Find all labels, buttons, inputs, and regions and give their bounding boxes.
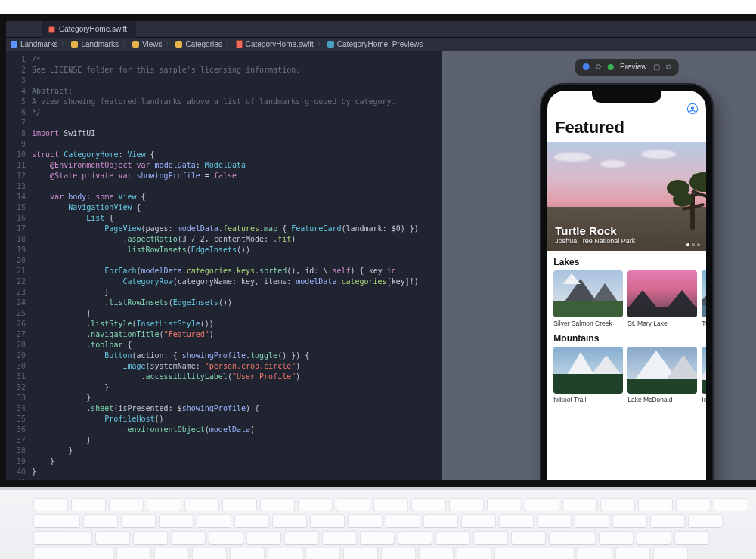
- code-line[interactable]: 16 List {: [6, 213, 442, 224]
- code-line[interactable]: 35 ProfileHost(): [6, 414, 442, 425]
- line-number: 13: [6, 181, 32, 192]
- code-line[interactable]: 41: [6, 477, 442, 480]
- page-dots[interactable]: [686, 243, 700, 246]
- line-number: 37: [6, 435, 32, 446]
- code-line[interactable]: 8import SwiftUI: [6, 128, 442, 139]
- code-line[interactable]: 28 .toolbar {: [6, 340, 442, 351]
- dup-icon[interactable]: ⧉: [666, 63, 671, 72]
- breadcrumb-item[interactable]: Categories: [175, 40, 222, 48]
- hero-card[interactable]: Turtle Rock Joshua Tree National Park: [547, 142, 706, 251]
- code-line[interactable]: 17 PageView(pages: modelData.features.ma…: [6, 224, 442, 234]
- play-icon[interactable]: [583, 63, 590, 70]
- code-line[interactable]: 9: [6, 139, 442, 150]
- line-source: import SwiftUI: [32, 128, 95, 139]
- code-line[interactable]: 26 .listStyle(InsetListStyle()): [6, 319, 442, 329]
- line-number: 6: [6, 107, 32, 118]
- code-line[interactable]: 34 .sheet(isPresented: $showingProfile) …: [6, 403, 442, 414]
- code-line[interactable]: 25 }: [6, 308, 442, 319]
- breadcrumb-item[interactable]: CategoryHome_Previews: [327, 40, 423, 48]
- code-line[interactable]: 23 }: [6, 287, 442, 298]
- code-line[interactable]: 5A view showing featured landmarks above…: [6, 97, 442, 107]
- code-line[interactable]: 20: [6, 255, 442, 266]
- landmark-card[interactable]: Ic: [702, 347, 706, 403]
- line-source: .sheet(isPresented: $showingProfile) {: [32, 403, 259, 414]
- refresh-icon[interactable]: ⟳: [596, 63, 602, 71]
- code-line[interactable]: 30 Image(systemName: "person.crop.circle…: [6, 361, 442, 372]
- landmark-label: St. Mary Lake: [627, 320, 697, 327]
- phone-notch: [592, 91, 662, 103]
- breadcrumb[interactable]: Landmarks〉Landmarks〉Views〉Categories〉Cat…: [6, 38, 756, 51]
- line-number: 3: [6, 76, 32, 86]
- code-line[interactable]: 40}: [6, 467, 442, 477]
- code-line[interactable]: 38 }: [6, 446, 442, 456]
- page-dot[interactable]: [692, 243, 695, 246]
- page-dot[interactable]: [697, 243, 700, 246]
- profile-button[interactable]: [686, 103, 699, 117]
- code-line[interactable]: 29 Button(action: { showingProfile.toggl…: [6, 351, 442, 361]
- line-source: CategoryRow(categoryName: key, items: mo…: [32, 276, 419, 287]
- landmark-label: Twin L: [702, 320, 706, 327]
- code-line[interactable]: 22 CategoryRow(categoryName: key, items:…: [6, 276, 442, 287]
- code-line[interactable]: 1/*: [6, 54, 442, 65]
- chevron-right-icon: 〉: [120, 39, 131, 49]
- landmark-card[interactable]: hilkoot Trail: [553, 347, 623, 403]
- file-tab[interactable]: CategoryHome.swift: [42, 21, 136, 38]
- laptop-base: [0, 490, 756, 559]
- code-line[interactable]: 7: [6, 118, 442, 128]
- code-line[interactable]: 3: [6, 76, 442, 86]
- line-number: 10: [6, 150, 32, 160]
- person-crop-circle-icon: [686, 103, 699, 115]
- code-line[interactable]: 6*/: [6, 107, 442, 118]
- breadcrumb-label: CategoryHome.swift: [246, 40, 314, 48]
- code-line[interactable]: 19 .listRowInsets(EdgeInsets()): [6, 245, 442, 255]
- code-editor[interactable]: 1/*2See LICENSE folder for this sample's…: [6, 51, 442, 480]
- line-number: 30: [6, 361, 32, 372]
- line-number: 36: [6, 425, 32, 435]
- landmark-card[interactable]: Twin L: [702, 270, 706, 327]
- preview-toolbar[interactable]: ⟳ Preview ▢ ⧉: [575, 59, 679, 76]
- file-tab-label: CategoryHome.swift: [59, 21, 127, 38]
- category-row[interactable]: Silver Salmon CreekSt. Mary LakeTwin L: [547, 270, 706, 327]
- code-line[interactable]: 10struct CategoryHome: View {: [6, 150, 442, 160]
- line-source: .listRowInsets(EdgeInsets()): [32, 245, 250, 255]
- line-number: 25: [6, 308, 32, 319]
- code-line[interactable]: 11 @EnvironmentObject var modelData: Mod…: [6, 160, 442, 171]
- landmark-card[interactable]: Lake McDonald: [627, 347, 697, 403]
- line-source: Image(systemName: "person.crop.circle"): [32, 361, 300, 372]
- folder-icon: [175, 41, 182, 48]
- code-line[interactable]: 24 .listRowInsets(EdgeInsets()): [6, 298, 442, 308]
- category-row[interactable]: hilkoot TrailLake McDonaldIc: [547, 347, 706, 403]
- landmark-card[interactable]: St. Mary Lake: [627, 270, 697, 327]
- line-number: 28: [6, 340, 32, 351]
- breadcrumb-item[interactable]: Landmarks: [11, 40, 57, 48]
- code-line[interactable]: 4Abstract:: [6, 86, 442, 97]
- category-section: Mountainshilkoot TrailLake McDonaldIc: [547, 327, 706, 403]
- line-number: 40: [6, 467, 32, 477]
- breadcrumb-item[interactable]: Views: [132, 40, 163, 48]
- line-source: List {: [32, 213, 113, 224]
- preview-canvas[interactable]: ⟳ Preview ▢ ⧉: [442, 51, 756, 480]
- breadcrumb-item[interactable]: CategoryHome.swift: [236, 40, 314, 48]
- breadcrumb-item[interactable]: Landmarks: [71, 40, 118, 48]
- code-line[interactable]: 32 }: [6, 382, 442, 393]
- code-line[interactable]: 31 .accessibilityLabel("User Profile"): [6, 372, 442, 382]
- code-line[interactable]: 12 @State private var showingProfile = f…: [6, 171, 442, 181]
- category-title: Lakes: [553, 257, 700, 267]
- line-source: .aspectRatio(3 / 2, contentMode: .fit): [32, 234, 296, 245]
- code-line[interactable]: 15 NavigationView {: [6, 202, 442, 213]
- page-dot[interactable]: [686, 243, 689, 246]
- code-line[interactable]: 13: [6, 181, 442, 192]
- code-line[interactable]: 18 .aspectRatio(3 / 2, contentMode: .fit…: [6, 234, 442, 245]
- code-line[interactable]: 33 }: [6, 393, 442, 403]
- code-line[interactable]: 37 }: [6, 435, 442, 446]
- code-line[interactable]: 2See LICENSE folder for this sample's li…: [6, 65, 442, 76]
- line-source: .listRowInsets(EdgeInsets()): [32, 298, 232, 308]
- code-line[interactable]: 14 var body: some View {: [6, 192, 442, 202]
- landmark-card[interactable]: Silver Salmon Creek: [553, 270, 623, 327]
- phone-screen[interactable]: Featured: [547, 91, 706, 480]
- code-line[interactable]: 36 .environmentObject(modelData): [6, 425, 442, 435]
- monitor-icon[interactable]: ▢: [653, 63, 660, 71]
- code-line[interactable]: 39 }: [6, 456, 442, 467]
- code-line[interactable]: 27 .navigationTitle("Featured"): [6, 329, 442, 340]
- code-line[interactable]: 21 ForEach(modelData.categories.keys.sor…: [6, 266, 442, 276]
